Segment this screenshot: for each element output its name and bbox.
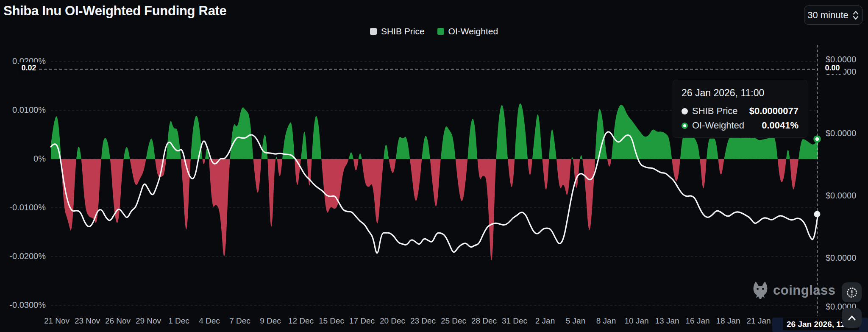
crosshair-y-value-box: 0.02 (19, 62, 39, 74)
updown-chevron-icon (852, 10, 859, 20)
coinglass-watermark: coinglass (752, 281, 836, 300)
y-axis-right-label: $0.0000 (826, 128, 856, 138)
page-title: Shiba Inu OI-Weighted Funding Rate (3, 3, 227, 19)
watermark-text: coinglass (773, 283, 836, 298)
y-axis-left-label: -0.0100% (0, 203, 46, 212)
coinglass-funding-page: { "page": { "title": "Shiba Inu OI-Weigh… (0, 0, 868, 332)
legend-label: SHIB Price (381, 26, 425, 36)
tooltip-row-shib: SHIB Price $0.0000077 (682, 106, 798, 117)
alert-badge-icon (846, 287, 858, 299)
scroll-to-top-button[interactable] (842, 308, 862, 328)
oi-current-marker-icon (815, 136, 820, 142)
tooltip-row-oi: OI-Weighted 0.0041% (682, 120, 798, 131)
tooltip-series-label: OI-Weighted (692, 120, 744, 131)
y-axis-left-label: 0% (0, 154, 46, 164)
legend-item-shib-price[interactable]: SHIB Price (370, 26, 425, 36)
price-current-marker-icon (814, 211, 821, 218)
oi-weighted-swatch-icon (437, 28, 444, 35)
shib-price-swatch-icon (370, 28, 377, 35)
y-axis-right-label: $0.0000 (826, 253, 856, 263)
tooltip-series-value: $0.0000077 (749, 106, 798, 117)
y-axis-left-label: -0.0200% (0, 251, 46, 261)
tooltip-series-label: SHIB Price (692, 106, 738, 117)
legend-item-oi-weighted[interactable]: OI-Weighted (437, 26, 498, 36)
crosshair-price-value-box: 0.00 (821, 62, 844, 74)
chart-canvas[interactable] (0, 0, 868, 332)
risk-badge-button[interactable] (842, 282, 862, 302)
tooltip-series-value: 0.0041% (762, 120, 798, 131)
tooltip-timestamp: 26 Jan 2026, 11:00 (682, 87, 798, 99)
chart-legend: SHIB Price OI-Weighted (0, 26, 868, 36)
oi-weighted-dot-icon (682, 123, 688, 129)
y-axis-left-label: -0.0300% (0, 300, 46, 310)
interval-select[interactable]: 30 minute (804, 6, 862, 25)
interval-select-value: 30 minute (807, 10, 849, 21)
coinglass-logo-icon (752, 281, 769, 300)
chevron-up-icon (846, 312, 858, 324)
y-axis-right-label: $0.0000 (826, 191, 856, 201)
chart-tooltip: 26 Jan 2026, 11:00 SHIB Price $0.0000077… (673, 80, 807, 138)
shib-price-dot-icon (682, 108, 688, 114)
legend-label: OI-Weighted (448, 26, 498, 36)
y-axis-left-label: 0.0100% (0, 105, 46, 115)
